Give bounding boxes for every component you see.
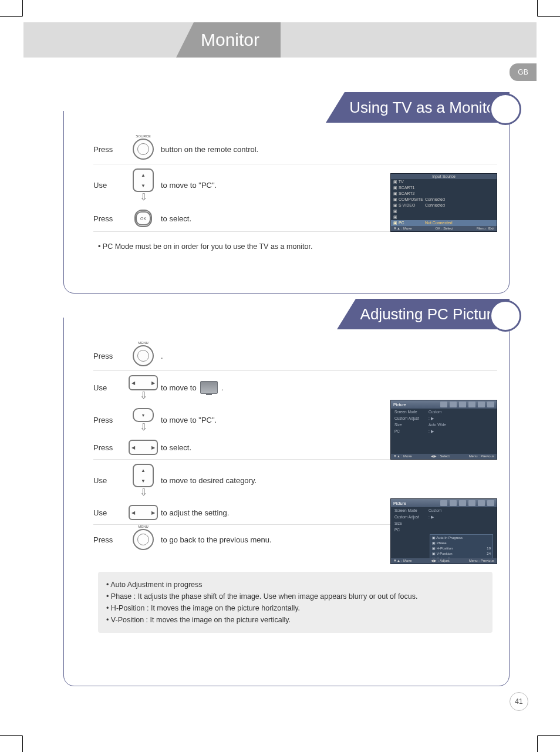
down-arrow-icon: ⇩ [140,490,147,497]
left-right-button-icon: ◀▶ [129,440,158,455]
up-down-button-icon: ▲▼ [133,168,154,192]
osd-title: Input Source [391,174,497,179]
osd-row: ▣ SCART2 [391,191,497,197]
step-verb: Press [93,416,126,424]
language-badge: GB [510,63,537,81]
section-header-circle-icon [490,300,521,332]
osd-footer-left: ▼▲ : Move [393,558,412,564]
desc-post: . [221,383,224,392]
osd-row: Screen ModeCustom [391,409,497,415]
osd-picture-menu: Picture Screen ModeCustomCustom Adjust: … [390,400,497,460]
desc-pre: to move to [161,383,197,392]
osd-tab-icon [487,402,494,407]
step-row: Press MENU . [93,341,497,371]
section-header: Using TV as a Monitor [63,92,510,123]
osd-tab-icon [468,402,475,407]
osd-row: ▣ SCART1 [391,185,497,191]
crop-mark [0,735,22,736]
osd-footer: ▼▲ : Move OK : Select Menu : Exit [391,226,497,231]
step-desc: button on the remote control. [161,145,497,154]
step-verb: Press [93,443,126,452]
osd-row: PC [391,527,497,533]
osd-row: Screen ModeCustom [391,507,497,514]
osd-input-source: Input Source ▣ TV▣ SCART1▣ SCART2▣ COMPO… [390,173,497,232]
button-label: SOURCE [136,134,151,138]
button-label: MENU [138,341,149,345]
button-label: MENU [138,525,149,528]
crop-mark [537,736,538,752]
osd-footer-right: Menu : Exit [477,226,494,231]
ok-button-label: OK [136,211,151,225]
step-desc: to move to . [161,381,497,394]
osd-row: ▣ [391,208,497,214]
osd-footer: ▼▲ : Move ◀▶ : Adjust Menu : Previous [391,558,497,564]
osd-tab-label: Picture [393,403,406,407]
section-title: Adjusting PC Picture [356,299,510,329]
step-verb: Use [93,383,126,392]
osd-tab-icon [487,500,494,506]
step-verb: Press [93,352,126,360]
osd-row: ▣ TV [391,179,497,185]
note-line: • V-Position : It moves the image on the… [106,614,484,626]
source-button-icon: SOURCE [133,139,154,160]
section-title: Using TV as a Monitor [345,92,510,123]
osd-tab-icon [440,500,447,506]
crop-mark [538,16,560,17]
section-header-circle-icon [490,93,521,125]
note-text: • PC Mode must be on in order for you to… [98,242,492,251]
osd-icon-strip: Picture [391,400,497,409]
down-arrow-icon: ⇩ [140,194,147,201]
step-verb: Use [93,476,126,485]
up-down-button-icon: ▲▼ [133,464,154,487]
note-line: • Phase : It adjusts the phase shift of … [106,591,484,602]
osd-tab-icon [450,500,457,506]
note-line: • Auto Adjustment in progress [106,579,484,591]
section-using-tv-as-monitor: Using TV as a Monitor Press SOURCE butto… [63,110,510,294]
step-verb: Use [93,508,126,517]
osd-footer: ▼▲ : Move ◀▶ : Select Menu : Previous [391,454,497,459]
osd-row: ▣ PCNot Connected [391,220,497,226]
left-right-button-icon: ◀▶ [129,375,158,390]
step-verb: Press [93,535,126,544]
osd-row: ▣ COMPOSITEConnected [391,197,497,203]
osd-subrow: ▣ Phase [432,541,491,546]
notes-box: • Auto Adjustment in progress • Phase : … [98,572,492,633]
section-adjusting-pc-picture: Adjusting PC Picture Press MENU . Use ◀▶… [63,317,510,686]
osd-row: Size [391,520,497,527]
step-desc: . [161,352,497,360]
osd-tab-icon [478,402,485,407]
step-row: Use ▲▼ ⇩ to move to desired category. [93,460,497,501]
osd-row: PC: ▶ [391,428,497,434]
menu-button-icon: MENU [133,529,154,550]
ok-button-icon: OK [134,210,152,227]
note-line: • H-Position : It moves the image on the… [106,602,484,614]
step-desc: to move to desired category. [161,476,497,485]
osd-footer-left: ▼▲ : Move [393,226,412,231]
osd-footer-mid: ◀▶ : Adjust [431,558,449,564]
left-right-button-icon: ◀▶ [129,505,158,520]
crop-mark [0,16,22,17]
osd-footer-left: ▼▲ : Move [393,454,412,459]
page-header-tab: Monitor [176,22,281,58]
osd-footer-mid: OK : Select [436,226,453,231]
osd-footer-right: Menu : Previous [469,558,494,564]
step-row: Press SOURCE button on the remote contro… [93,134,497,164]
page-title: Monitor [194,22,281,58]
crop-mark [22,736,23,752]
osd-row: SizeAuto Wide [391,421,497,428]
osd-tab-icon [459,500,466,506]
osd-tab-icon [478,500,485,506]
down-arrow-icon: ⇩ [140,424,147,431]
section-header: Adjusting PC Picture [63,299,510,329]
osd-body: Screen ModeCustomCustom Adjust: ▶SizeAut… [391,409,497,434]
osd-footer-right: Menu : Previous [469,454,494,459]
osd-icon-strip: Picture [391,499,497,507]
crop-mark [22,0,23,16]
oval-button-icon: ▼ [133,408,154,422]
osd-body: ▣ TV▣ SCART1▣ SCART2▣ COMPOSITEConnected… [391,179,497,226]
osd-tab-icon [468,500,475,506]
osd-picture-pc-submenu: Picture Screen ModeCustomCustom Adjust: … [390,498,497,564]
osd-tab-icon [459,402,466,407]
osd-footer-mid: ◀▶ : Select [431,454,450,459]
osd-row: ▣ S VIDEOConnected [391,203,497,208]
